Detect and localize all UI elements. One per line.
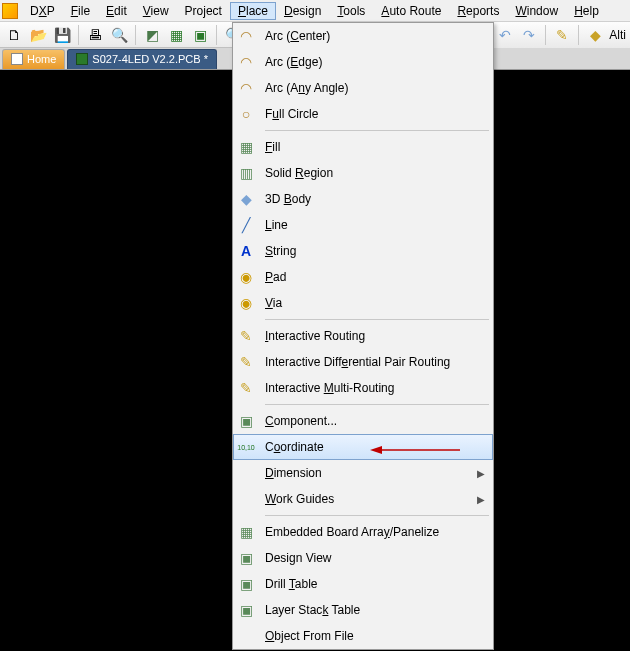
menu-item-label: Component... bbox=[265, 414, 485, 428]
place-menu-item[interactable]: ▥Solid Region bbox=[233, 160, 493, 186]
save-icon[interactable]: 💾 bbox=[52, 25, 72, 45]
toolbar-sep bbox=[135, 25, 136, 45]
place-menu-item[interactable]: Work Guides▶ bbox=[233, 486, 493, 512]
place-menu-item[interactable]: ▣Design View bbox=[233, 545, 493, 571]
toolbar-right: ↶ ↷ ✎ ◆ Alti bbox=[491, 22, 630, 48]
menu-item-icon: ▣ bbox=[237, 575, 255, 593]
submenu-arrow-icon: ▶ bbox=[477, 494, 485, 505]
place-menu-item[interactable]: Object From File bbox=[233, 623, 493, 649]
cube-icon[interactable]: ◩ bbox=[142, 25, 162, 45]
toolbar-sep bbox=[578, 25, 579, 45]
menu-item-label: Layer Stack Table bbox=[265, 603, 485, 617]
place-menu-item[interactable]: ✎Interactive Multi-Routing bbox=[233, 375, 493, 401]
menubar: DXP File Edit View Project Place Design … bbox=[0, 0, 630, 22]
place-menu-item[interactable]: ◆3D Body bbox=[233, 186, 493, 212]
place-menu-item[interactable]: ✎Interactive Differential Pair Routing bbox=[233, 349, 493, 375]
new-file-icon[interactable]: 🗋 bbox=[4, 25, 24, 45]
menu-item-label: 3D Body bbox=[265, 192, 485, 206]
menu-project[interactable]: Project bbox=[177, 2, 230, 20]
toolbar-sep bbox=[545, 25, 546, 45]
pcb-file-icon bbox=[76, 53, 88, 65]
board-icon[interactable]: ▦ bbox=[166, 25, 186, 45]
place-menu-item[interactable]: ◠Arc (Edge) bbox=[233, 49, 493, 75]
place-menu-item[interactable]: ▦Embedded Board Array/Panelize bbox=[233, 519, 493, 545]
place-menu-dropdown: ◠Arc (Center)◠Arc (Edge)◠Arc (Any Angle)… bbox=[232, 22, 494, 650]
menu-item-label: Fill bbox=[265, 140, 485, 154]
menu-item-label: Via bbox=[265, 296, 485, 310]
place-menu-item[interactable]: ◉Via bbox=[233, 290, 493, 316]
menu-item-label: Arc (Center) bbox=[265, 29, 485, 43]
place-menu-item[interactable]: 10,10Coordinate bbox=[233, 434, 493, 460]
undo-icon[interactable]: ↶ bbox=[495, 25, 515, 45]
menu-item-icon: ▣ bbox=[237, 601, 255, 619]
menu-separator bbox=[265, 404, 489, 405]
menu-item-icon: ◠ bbox=[237, 53, 255, 71]
redo-icon[interactable]: ↷ bbox=[519, 25, 539, 45]
menu-autoroute[interactable]: Auto Route bbox=[373, 2, 449, 20]
menu-item-label: Interactive Multi-Routing bbox=[265, 381, 485, 395]
wand-icon[interactable]: ✎ bbox=[552, 25, 572, 45]
place-menu-item[interactable]: ▣Drill Table bbox=[233, 571, 493, 597]
menu-item-icon bbox=[237, 627, 255, 645]
menu-item-icon bbox=[237, 464, 255, 482]
menu-item-icon: ╱ bbox=[237, 216, 255, 234]
place-menu-item[interactable]: ◠Arc (Center) bbox=[233, 23, 493, 49]
place-menu-item[interactable]: ╱Line bbox=[233, 212, 493, 238]
menu-dxp[interactable]: DXP bbox=[22, 2, 63, 20]
open-file-icon[interactable]: 📂 bbox=[28, 25, 48, 45]
menu-item-label: Arc (Any Angle) bbox=[265, 81, 485, 95]
place-menu-item[interactable]: ▣Layer Stack Table bbox=[233, 597, 493, 623]
menu-place[interactable]: Place bbox=[230, 2, 276, 20]
menu-item-icon: ◠ bbox=[237, 79, 255, 97]
menu-item-label: Pad bbox=[265, 270, 485, 284]
app-icon bbox=[2, 3, 18, 19]
menu-item-icon: ▣ bbox=[237, 412, 255, 430]
zoom-icon[interactable]: 🔍 bbox=[109, 25, 129, 45]
menu-design[interactable]: Design bbox=[276, 2, 329, 20]
tab-home-label: Home bbox=[27, 53, 56, 65]
toolbar-sep bbox=[78, 25, 79, 45]
menu-item-label: Work Guides bbox=[265, 492, 467, 506]
place-menu-item[interactable]: ◉Pad bbox=[233, 264, 493, 290]
menu-help[interactable]: Help bbox=[566, 2, 607, 20]
menu-item-label: Interactive Routing bbox=[265, 329, 485, 343]
place-menu-item[interactable]: ▦Fill bbox=[233, 134, 493, 160]
menu-file[interactable]: File bbox=[63, 2, 98, 20]
place-menu-item[interactable]: AString bbox=[233, 238, 493, 264]
place-menu-item[interactable]: ▣Component... bbox=[233, 408, 493, 434]
altium-icon[interactable]: ◆ bbox=[585, 25, 605, 45]
chip-icon[interactable]: ▣ bbox=[190, 25, 210, 45]
submenu-arrow-icon: ▶ bbox=[477, 468, 485, 479]
menu-item-label: Line bbox=[265, 218, 485, 232]
place-menu-item[interactable]: ○Full Circle bbox=[233, 101, 493, 127]
menu-item-icon: ◉ bbox=[237, 294, 255, 312]
menu-edit[interactable]: Edit bbox=[98, 2, 135, 20]
menu-item-icon: ▣ bbox=[237, 549, 255, 567]
menu-item-icon bbox=[237, 490, 255, 508]
menu-item-icon: ▥ bbox=[237, 164, 255, 182]
place-menu-item[interactable]: ✎Interactive Routing bbox=[233, 323, 493, 349]
menu-separator bbox=[265, 130, 489, 131]
tab-home[interactable]: Home bbox=[2, 49, 65, 69]
menu-item-icon: ✎ bbox=[237, 379, 255, 397]
menu-item-icon: ✎ bbox=[237, 353, 255, 371]
menu-item-label: Interactive Differential Pair Routing bbox=[265, 355, 485, 369]
place-menu-item[interactable]: ◠Arc (Any Angle) bbox=[233, 75, 493, 101]
menu-item-label: Object From File bbox=[265, 629, 485, 643]
menu-view[interactable]: View bbox=[135, 2, 177, 20]
menu-item-icon: ▦ bbox=[237, 523, 255, 541]
menu-item-label: Embedded Board Array/Panelize bbox=[265, 525, 485, 539]
place-menu-item[interactable]: Dimension▶ bbox=[233, 460, 493, 486]
menu-item-icon: ○ bbox=[237, 105, 255, 123]
tab-pcb-file[interactable]: S027-4LED V2.2.PCB * bbox=[67, 49, 217, 69]
menu-tools[interactable]: Tools bbox=[329, 2, 373, 20]
menu-item-icon: ✎ bbox=[237, 327, 255, 345]
tab-pcb-label: S027-4LED V2.2.PCB * bbox=[92, 53, 208, 65]
menu-item-label: Arc (Edge) bbox=[265, 55, 485, 69]
menu-item-icon: A bbox=[237, 242, 255, 260]
menu-reports[interactable]: Reports bbox=[449, 2, 507, 20]
menu-item-label: Drill Table bbox=[265, 577, 485, 591]
menu-item-label: String bbox=[265, 244, 485, 258]
print-icon[interactable]: 🖶 bbox=[85, 25, 105, 45]
menu-window[interactable]: Window bbox=[507, 2, 566, 20]
